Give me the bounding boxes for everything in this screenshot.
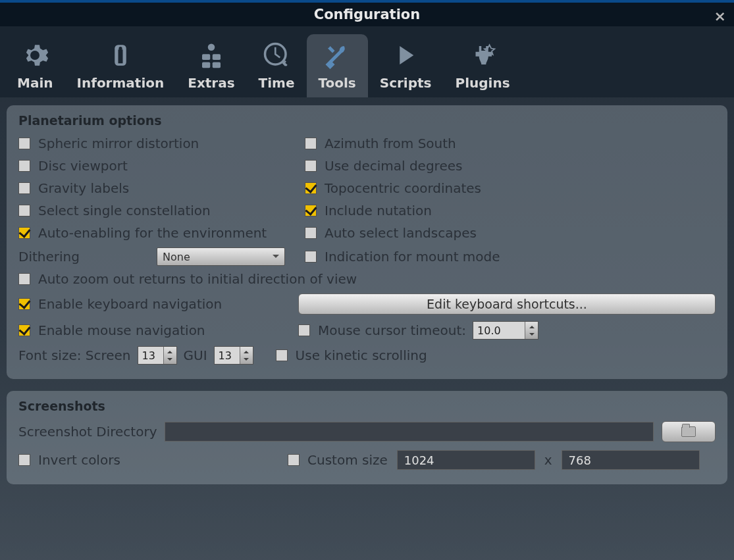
chk-mouse-cursor-timeout[interactable]: Mouse cursor timeout: [298,322,466,338]
svg-rect-6 [213,63,221,68]
tab-tools[interactable]: Tools [307,34,368,97]
edit-shortcuts-button[interactable]: Edit keyboard shortcuts... [298,293,716,315]
chk-label: Mouse cursor timeout: [318,322,466,338]
chk-label: Spheric mirror distortion [38,136,199,151]
chk-enable-keyboard-nav[interactable]: Enable keyboard navigation [18,296,292,312]
dithering-label: Dithering [18,249,150,265]
chk-label: Use decimal degrees [325,158,462,174]
extras-icon [196,39,227,71]
font-size-label: Font size: Screen [18,347,131,363]
svg-rect-3 [202,54,210,60]
tab-label: Extras [188,75,234,91]
chk-include-nutation[interactable]: Include nutation [305,203,716,218]
browse-folder-button[interactable] [662,421,716,442]
chk-label: Topocentric coordinates [325,180,481,196]
spin-up-icon[interactable] [525,322,538,330]
chk-topocentric[interactable]: Topocentric coordinates [305,180,716,196]
folder-icon [681,426,696,437]
spinbox-value: 10.0 [477,324,501,337]
clock-icon [261,39,292,71]
window-title: Configuration [314,7,420,22]
chk-label: Select single constellation [38,203,211,218]
font-size-gui-spinbox[interactable]: 13 [214,346,253,365]
content-area: Planetarium options Spheric mirror disto… [0,97,734,504]
titlebar: Configuration × [0,0,734,26]
button-label: Edit keyboard shortcuts... [427,297,587,311]
tab-label: Main [17,75,53,91]
font-size-screen-spinbox[interactable]: 13 [138,346,177,365]
svg-rect-4 [213,54,221,60]
chk-label: Auto select landscapes [325,225,477,241]
chk-invert-colors[interactable]: Invert colors [18,452,278,468]
spinbox-value: 13 [142,349,155,362]
chk-spheric-mirror[interactable]: Spheric mirror distortion [18,136,298,151]
tab-bar: Main Information Extras Time Tools [0,26,734,97]
group-title: Planetarium options [18,113,716,128]
chk-label: Enable mouse navigation [38,322,205,338]
chk-auto-select-landscapes[interactable]: Auto select landscapes [305,225,716,241]
plugin-icon [467,39,498,71]
tab-time[interactable]: Time [247,34,307,97]
chk-label: Custom size [307,452,388,468]
chk-azimuth-south[interactable]: Azimuth from South [305,136,716,151]
chk-gravity-labels[interactable]: Gravity labels [18,180,298,196]
close-icon[interactable]: × [714,8,726,24]
gui-label: GUI [184,347,207,363]
config-window: Configuration × Main Information Extras [0,0,734,560]
chk-decimal-degrees[interactable]: Use decimal degrees [305,158,716,174]
tab-label: Time [259,75,295,91]
chk-label: Auto-enabling for the environment [38,225,267,241]
chk-disc-viewport[interactable]: Disc viewport [18,158,298,174]
custom-width-input[interactable] [397,450,535,470]
screenshot-dir-label: Screenshot Directory [18,424,157,440]
chk-label: Gravity labels [38,180,129,196]
chk-label: Disc viewport [38,158,128,174]
play-icon [390,39,421,71]
chk-label: Invert colors [38,452,120,468]
spin-arrows [240,347,253,364]
spin-arrows [525,322,538,339]
chk-label: Include nutation [325,203,432,218]
svg-rect-5 [202,63,210,68]
chk-enable-mouse-nav[interactable]: Enable mouse navigation [18,322,292,338]
custom-height-input[interactable] [562,450,700,470]
chk-auto-enabling-env[interactable]: Auto-enabling for the environment [18,225,298,241]
tab-label: Tools [319,75,356,91]
spin-down-icon[interactable] [240,355,253,364]
spin-down-icon[interactable] [525,330,538,339]
size-x-label: x [544,452,552,468]
tab-label: Plugins [456,75,510,91]
chk-label: Auto zoom out returns to initial directi… [38,271,357,287]
mouse-cursor-timeout-spinbox[interactable]: 10.0 [473,321,538,340]
tab-extras[interactable]: Extras [176,34,246,97]
chk-label: Enable keyboard navigation [38,296,222,312]
chk-label: Azimuth from South [325,136,456,151]
chk-custom-size[interactable]: Custom size [288,452,388,468]
spin-arrows [163,347,176,364]
screenshot-dir-input[interactable] [165,422,654,442]
screenshots-group: Screenshots Screenshot Directory Invert … [7,391,727,484]
combo-value: None [163,251,190,263]
chk-kinetic-scrolling[interactable]: Use kinetic scrolling [276,347,427,363]
tab-label: Scripts [380,75,432,91]
dithering-combo[interactable]: None [157,247,285,266]
spin-up-icon[interactable] [164,347,176,355]
svg-point-2 [118,47,122,50]
chk-select-single-constellation[interactable]: Select single constellation [18,203,298,218]
spin-up-icon[interactable] [240,347,253,355]
planetarium-group: Planetarium options Spheric mirror disto… [7,105,727,379]
chk-indication-mount[interactable]: Indication for mount mode [305,249,716,265]
tab-plugins[interactable]: Plugins [444,34,522,97]
tab-main[interactable]: Main [5,34,65,97]
tools-icon [321,39,353,71]
gear-icon [19,39,51,71]
svg-rect-1 [118,49,122,63]
group-title: Screenshots [18,399,716,413]
info-icon [105,39,136,71]
chk-label: Indication for mount mode [325,249,500,265]
chk-auto-zoom-out[interactable]: Auto zoom out returns to initial directi… [18,271,357,287]
tab-label: Information [77,75,165,91]
tab-information[interactable]: Information [65,34,176,97]
spin-down-icon[interactable] [164,355,176,364]
tab-scripts[interactable]: Scripts [368,34,444,97]
